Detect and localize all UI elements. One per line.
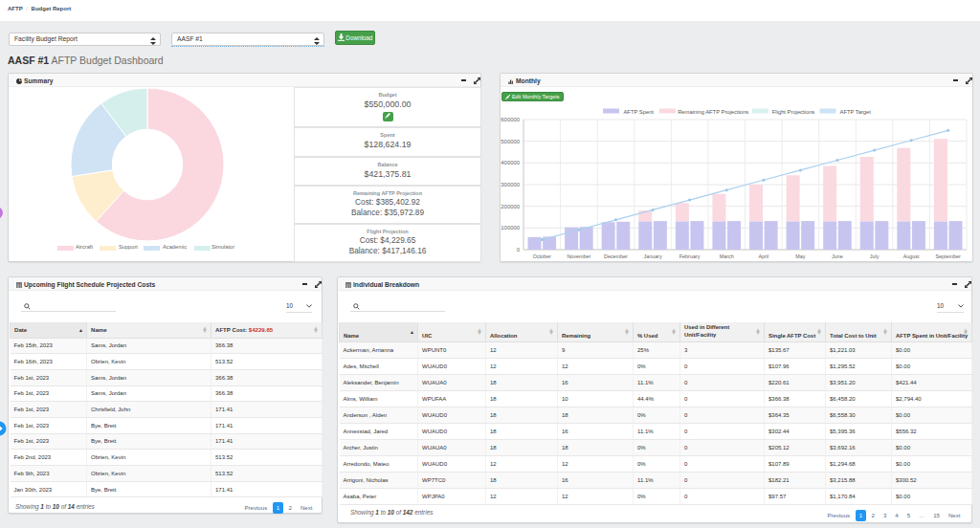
svg-text:March: March (720, 253, 734, 259)
svg-text:Remaining AFTP Projections: Remaining AFTP Projections (678, 109, 748, 115)
svg-text:November: November (567, 253, 590, 259)
svg-text:December: December (604, 253, 628, 259)
svg-text:Flight Projections: Flight Projections (772, 109, 815, 115)
svg-text:200000: 200000 (501, 204, 520, 209)
svg-text:AFTP Target: AFTP Target (840, 109, 872, 115)
svg-text:0: 0 (517, 247, 521, 253)
svg-text:July: July (870, 253, 880, 259)
svg-text:May: May (795, 253, 805, 259)
svg-text:February: February (679, 253, 701, 259)
svg-text:400000: 400000 (501, 160, 520, 165)
svg-text:January: January (643, 253, 661, 259)
svg-text:600000: 600000 (501, 117, 520, 122)
svg-text:April: April (758, 253, 768, 259)
svg-text:June: June (832, 253, 843, 259)
svg-text:300000: 300000 (501, 182, 520, 187)
svg-text:August: August (903, 253, 920, 259)
svg-text:500000: 500000 (501, 139, 520, 144)
svg-text:October: October (533, 253, 551, 259)
svg-text:100000: 100000 (501, 225, 520, 231)
svg-text:September: September (936, 253, 962, 259)
svg-text:AFTP Spent: AFTP Spent (624, 109, 655, 115)
